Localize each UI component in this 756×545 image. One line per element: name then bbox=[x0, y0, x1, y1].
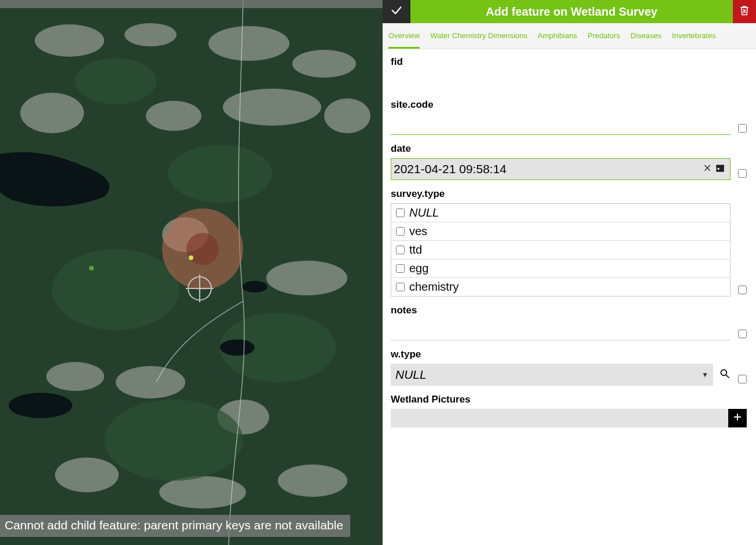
open-calendar-button[interactable] bbox=[714, 163, 726, 175]
confirm-button[interactable] bbox=[383, 0, 410, 23]
svg-point-12 bbox=[116, 366, 185, 398]
field-label: notes bbox=[391, 305, 731, 316]
site-code-null-checkbox[interactable] bbox=[738, 124, 747, 133]
add-picture-button[interactable] bbox=[728, 409, 747, 427]
option-label: NULL bbox=[409, 206, 439, 220]
fid-input[interactable] bbox=[391, 71, 747, 91]
date-box bbox=[391, 158, 731, 180]
svg-point-26 bbox=[189, 255, 193, 260]
svg-point-11 bbox=[46, 362, 104, 391]
date-input[interactable] bbox=[394, 162, 701, 176]
option-label: ves bbox=[409, 225, 427, 238]
svg-point-6 bbox=[146, 101, 201, 131]
delete-button[interactable] bbox=[733, 0, 756, 23]
field-wetland-pictures: Wetland Pictures bbox=[391, 394, 747, 427]
option-label: egg bbox=[409, 262, 428, 275]
map-toolbar-overlay bbox=[0, 0, 383, 8]
tab-invertebrates[interactable]: Invertebrates bbox=[672, 23, 716, 49]
svg-point-30 bbox=[89, 266, 94, 270]
clear-date-button[interactable] bbox=[701, 163, 714, 175]
form-body: fid site.code date bbox=[383, 49, 756, 545]
survey-type-option[interactable]: NULL bbox=[391, 204, 730, 222]
option-checkbox[interactable] bbox=[396, 264, 405, 273]
field-notes: notes bbox=[391, 305, 747, 341]
notes-input[interactable] bbox=[391, 320, 731, 341]
svg-point-18 bbox=[168, 145, 272, 203]
field-site-code: site.code bbox=[391, 99, 747, 135]
w-type-select[interactable]: NULL ▼ bbox=[391, 364, 713, 386]
field-w-type: w.type NULL ▼ bbox=[391, 349, 747, 386]
svg-point-2 bbox=[124, 23, 177, 46]
option-checkbox[interactable] bbox=[396, 246, 405, 254]
field-label: survey.type bbox=[391, 188, 731, 200]
tab-amphibians[interactable]: Amphibians bbox=[538, 23, 577, 49]
field-label: date bbox=[391, 143, 731, 155]
svg-point-8 bbox=[324, 98, 370, 133]
option-checkbox[interactable] bbox=[396, 227, 405, 236]
status-toast: Cannot add child feature: parent primary… bbox=[0, 515, 350, 537]
svg-point-34 bbox=[721, 370, 726, 375]
search-icon bbox=[719, 368, 731, 382]
survey-type-option[interactable]: ttd bbox=[391, 240, 730, 259]
tab-water-chemistry[interactable]: Water Chemistry Dimensions bbox=[430, 23, 527, 49]
w-type-null-checkbox[interactable] bbox=[738, 375, 747, 383]
calendar-icon bbox=[715, 163, 725, 175]
site-code-input[interactable] bbox=[391, 114, 731, 135]
w-type-value: NULL bbox=[395, 368, 427, 382]
option-label: ttd bbox=[409, 243, 422, 257]
form-pane: Add feature on Wetland Survey Overview W… bbox=[383, 0, 756, 545]
svg-point-10 bbox=[266, 261, 347, 295]
svg-point-19 bbox=[52, 249, 179, 330]
svg-point-14 bbox=[55, 458, 119, 492]
chevron-down-icon: ▼ bbox=[702, 371, 709, 379]
field-label: Wetland Pictures bbox=[391, 394, 747, 405]
svg-point-7 bbox=[223, 89, 321, 126]
w-type-search-button[interactable] bbox=[719, 369, 731, 381]
field-label: w.type bbox=[391, 349, 731, 360]
field-label: site.code bbox=[391, 99, 731, 111]
svg-point-24 bbox=[242, 281, 267, 292]
field-date: date bbox=[391, 143, 747, 180]
field-fid: fid bbox=[391, 56, 747, 91]
survey-type-option[interactable]: ves bbox=[391, 222, 730, 240]
svg-point-23 bbox=[220, 339, 255, 356]
tab-overview[interactable]: Overview bbox=[388, 23, 420, 49]
svg-rect-33 bbox=[718, 168, 720, 170]
tab-diseases[interactable]: Diseases bbox=[630, 23, 661, 49]
svg-rect-32 bbox=[716, 165, 724, 167]
plus-icon bbox=[732, 412, 743, 425]
survey-type-option[interactable]: chemistry bbox=[391, 277, 730, 296]
option-checkbox[interactable] bbox=[396, 209, 405, 217]
notes-null-checkbox[interactable] bbox=[738, 330, 747, 338]
check-icon bbox=[390, 4, 403, 19]
picture-row bbox=[391, 409, 747, 427]
svg-point-3 bbox=[208, 26, 289, 61]
field-label: fid bbox=[391, 56, 747, 68]
map-surface[interactable] bbox=[0, 0, 383, 545]
form-header: Add feature on Wetland Survey bbox=[383, 0, 756, 23]
svg-point-1 bbox=[35, 24, 104, 57]
svg-point-16 bbox=[278, 464, 347, 497]
survey-type-null-checkbox[interactable] bbox=[738, 286, 747, 294]
svg-line-35 bbox=[726, 375, 729, 378]
svg-point-22 bbox=[9, 393, 72, 418]
survey-type-options: NULL ves ttd bbox=[391, 203, 731, 297]
option-label: chemistry bbox=[409, 280, 459, 294]
tab-predators[interactable]: Predators bbox=[588, 23, 620, 49]
date-null-checkbox[interactable] bbox=[738, 169, 747, 178]
close-icon bbox=[703, 163, 712, 175]
field-survey-type: survey.type NULL ves bbox=[391, 188, 747, 297]
svg-point-5 bbox=[20, 93, 84, 133]
svg-point-21 bbox=[104, 400, 243, 481]
panel-title: Add feature on Wetland Survey bbox=[410, 0, 733, 23]
svg-point-17 bbox=[75, 58, 156, 104]
map-pane[interactable]: Cannot add child feature: parent primary… bbox=[0, 0, 383, 545]
app-root: Cannot add child feature: parent primary… bbox=[0, 0, 756, 545]
picture-slot[interactable] bbox=[391, 409, 728, 427]
trash-icon bbox=[739, 5, 750, 19]
option-checkbox[interactable] bbox=[396, 283, 405, 291]
tab-bar: Overview Water Chemistry Dimensions Amph… bbox=[383, 23, 756, 49]
survey-type-option[interactable]: egg bbox=[391, 259, 730, 277]
svg-point-25 bbox=[186, 233, 219, 265]
svg-point-4 bbox=[292, 50, 356, 78]
